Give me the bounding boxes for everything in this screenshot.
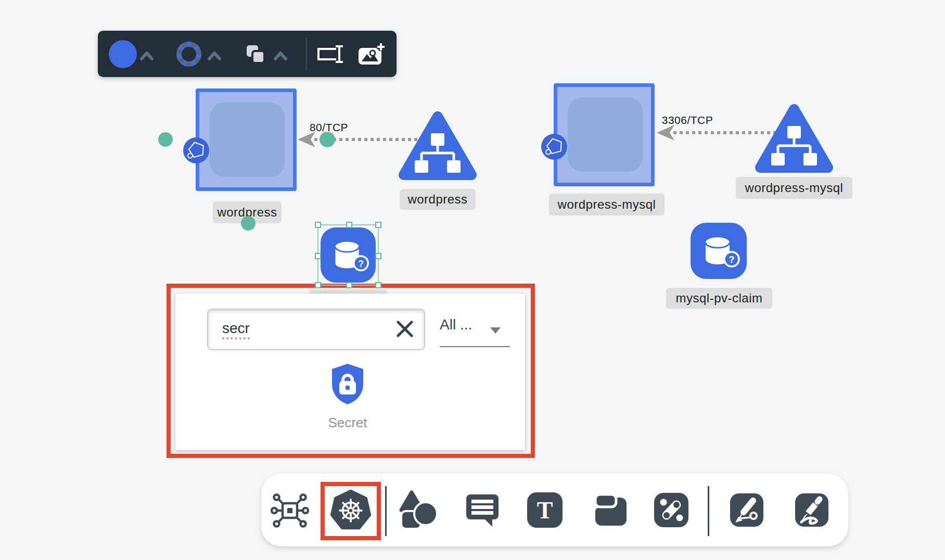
- service-node-wordpress-mysql[interactable]: [755, 103, 833, 174]
- resize-handle-s[interactable]: [346, 282, 352, 288]
- connection-point[interactable]: [158, 132, 173, 147]
- service-label: wordpress: [400, 189, 476, 210]
- rename-icon[interactable]: [317, 44, 345, 64]
- search-input[interactable]: secr: [207, 309, 425, 350]
- filter-underline: [440, 346, 510, 347]
- highlighter-icon[interactable]: [794, 492, 829, 528]
- kubernetes-icon[interactable]: [329, 488, 373, 532]
- connection-point[interactable]: [241, 216, 256, 231]
- comment-icon[interactable]: [464, 492, 501, 528]
- copy-style-icon[interactable]: [245, 44, 266, 65]
- category-filter-select[interactable]: All ...: [440, 316, 472, 333]
- resize-handle-nw[interactable]: [315, 222, 321, 228]
- replicaset-shape: [568, 97, 643, 172]
- toolbar-divider: [305, 37, 307, 71]
- service-node-wordpress[interactable]: [399, 110, 477, 181]
- ring-style-icon[interactable]: [174, 40, 203, 69]
- edge-port-label: 3306/TCP: [651, 114, 724, 126]
- edge-arrowhead-icon: [298, 132, 315, 147]
- resize-handle-e[interactable]: [375, 253, 381, 259]
- deployment-label: wordpress-mysql: [549, 194, 665, 215]
- edge-port-label: 80/TCP: [292, 121, 365, 134]
- selection-box: [317, 224, 379, 286]
- secret-shield-icon[interactable]: [329, 363, 366, 405]
- resize-handle-sw[interactable]: [315, 282, 321, 288]
- toolbar-divider: [385, 486, 387, 536]
- service-label: wordpress-mysql: [736, 177, 852, 199]
- pod-badge-icon[interactable]: [183, 137, 209, 163]
- clear-icon[interactable]: [395, 320, 414, 338]
- replace-image-icon[interactable]: [357, 42, 386, 67]
- frame-icon[interactable]: [592, 491, 630, 529]
- chevron-down-icon[interactable]: [489, 326, 502, 334]
- search-query-text: secr: [222, 320, 250, 339]
- resize-handle-w[interactable]: [315, 253, 321, 259]
- chevron-up-icon[interactable]: [207, 50, 222, 61]
- chevron-up-icon[interactable]: [139, 50, 154, 61]
- replicaset-shape: [210, 103, 285, 177]
- resize-handle-se[interactable]: [375, 282, 381, 288]
- svg-text:T: T: [537, 497, 553, 524]
- search-result-label[interactable]: Secret: [296, 415, 400, 431]
- shapes-icon[interactable]: [398, 490, 439, 531]
- auto-diagram-icon[interactable]: [271, 491, 309, 530]
- text-icon[interactable]: T: [526, 491, 564, 529]
- chevron-up-icon[interactable]: [273, 50, 288, 61]
- svg-text:?: ?: [729, 254, 735, 265]
- pvc-label: mysql-pv-claim: [666, 288, 772, 309]
- fill-color-icon[interactable]: [109, 40, 137, 68]
- edge-arrowhead-icon: [657, 125, 674, 141]
- pod-badge-icon[interactable]: [541, 134, 567, 160]
- resize-handle-ne[interactable]: [375, 222, 381, 228]
- pvc-node-mysql-pv-claim[interactable]: ?: [691, 223, 747, 279]
- resize-handle-n[interactable]: [346, 222, 352, 228]
- deployment-node-wordpress[interactable]: [196, 88, 297, 191]
- deployment-node-wordpress-mysql[interactable]: [554, 83, 655, 186]
- whiteboard-canvas[interactable]: wordpress 80/TCP wordpress wordpress-mys…: [0, 0, 945, 560]
- pen-icon[interactable]: [729, 492, 764, 528]
- edge-endpoint[interactable]: [320, 132, 335, 147]
- connector-icon[interactable]: [653, 492, 689, 528]
- toolbar-divider: [708, 486, 709, 536]
